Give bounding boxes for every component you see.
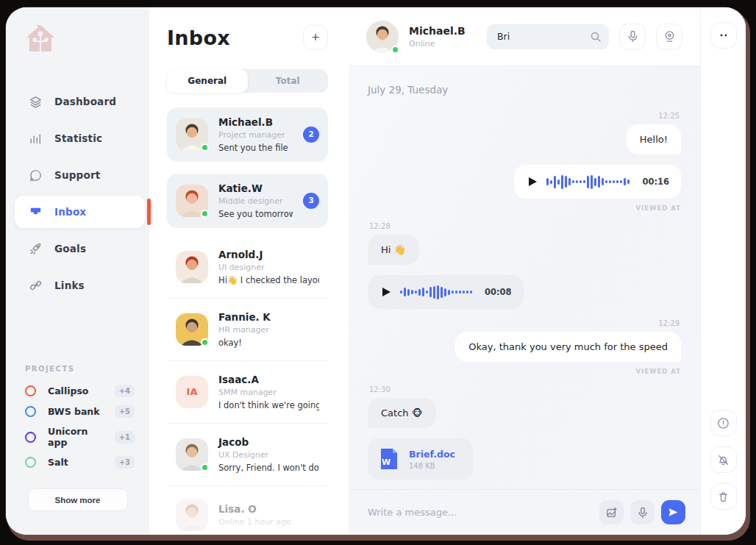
project-count-badge: +1: [115, 431, 135, 444]
info-icon: [717, 417, 730, 430]
project-color-ring: [25, 406, 36, 417]
projects-section: PROJECTS Callipso+4BWS bank+5Unicorn app…: [6, 365, 149, 477]
conversation-item[interactable]: Arnold.JUI designerHi👋 I checked the lay…: [167, 240, 328, 294]
online-indicator: [201, 463, 209, 471]
message-bubble: Hi 👋: [368, 235, 419, 265]
app-logo-icon: [24, 22, 57, 56]
chat-info-button[interactable]: [710, 410, 737, 436]
page-title: Inbox: [167, 26, 230, 49]
avatar: [176, 313, 208, 346]
sidebar-item-links[interactable]: Links: [15, 269, 145, 302]
bell-off-icon: [717, 454, 730, 466]
chat-search-input[interactable]: [497, 31, 590, 42]
project-color-ring: [25, 432, 36, 443]
sidebar-item-label: Dashboard: [54, 96, 116, 107]
sidebar-item-support[interactable]: Support: [15, 159, 145, 191]
message-bubble: Catch 🐵: [368, 398, 436, 428]
projects-label: PROJECTS: [25, 365, 135, 373]
sidebar-item-inbox[interactable]: Inbox: [15, 196, 145, 228]
message-bubble: Okay, thank you very much for the speed: [455, 332, 681, 362]
show-more-button[interactable]: Show more: [28, 488, 128, 511]
unread-badge: 3: [303, 193, 319, 209]
file-name: Brief.doc: [409, 449, 455, 460]
sidebar-item-goals[interactable]: Goals: [15, 232, 145, 265]
message-bubble: Hello!: [627, 124, 681, 154]
project-color-ring: [25, 457, 36, 468]
conversation-info: Isaac.ASMM managerI don't think we're go…: [218, 374, 319, 410]
record-voice-button[interactable]: [630, 500, 655, 524]
sidebar-item-dashboard[interactable]: Dashboard: [15, 85, 145, 118]
project-item[interactable]: Unicorn app+1: [25, 426, 135, 448]
play-icon[interactable]: [529, 177, 537, 186]
online-indicator: [201, 338, 209, 346]
chat-contact-status: Online: [409, 39, 466, 49]
avatar: [176, 438, 208, 471]
trash-icon: [717, 491, 730, 503]
conversation-item[interactable]: Fannie. KHR managerokay!: [167, 302, 328, 357]
avatar: [176, 118, 208, 151]
message-input[interactable]: [368, 507, 593, 518]
more-options-button[interactable]: [710, 22, 737, 49]
more-dots-icon: [718, 30, 729, 40]
conversation-preview: Sent you the file: [218, 143, 293, 153]
online-indicator: [391, 46, 399, 54]
file-attachment[interactable]: WBrief.doc148 KB: [368, 438, 473, 480]
voice-call-button[interactable]: [619, 24, 646, 50]
project-name: BWS bank: [48, 406, 103, 417]
message-row: WBrief.doc148 KB: [368, 438, 681, 480]
conversation-item[interactable]: Michael.BProject managerSent you the fil…: [167, 107, 328, 162]
active-indicator-bar: [147, 199, 151, 225]
dashboard-icon: [28, 94, 43, 109]
conversation-preview: Sorry, Friend. I won't do it again!: [218, 463, 319, 473]
sidebar-item-statistic[interactable]: Statistic: [15, 122, 145, 154]
chat-avatar: [366, 21, 399, 53]
conversation-list: Michael.BProject managerSent you the fil…: [167, 107, 328, 535]
conversation-info: Michael.BProject managerSent you the fil…: [218, 116, 293, 153]
conversation-role: SMM manager: [218, 388, 319, 397]
conversation-item[interactable]: Katie.WMiddle designerSee you tomorrow..…: [167, 174, 328, 228]
conversation-preview: See you tomorrow...: [218, 209, 293, 219]
message-row: Okay, thank you very much for the speed: [368, 332, 681, 362]
project-item[interactable]: Callipso+4: [25, 385, 135, 397]
play-icon[interactable]: [382, 288, 391, 296]
conversation-role: Online 1 hour ago: [218, 517, 319, 527]
conversation-name: Jacob: [218, 436, 319, 448]
waveform: [546, 174, 630, 190]
send-button[interactable]: [661, 500, 685, 524]
waveform: [400, 284, 472, 300]
chat-date: July 29, Tuesday: [368, 84, 681, 96]
tab-general[interactable]: General: [167, 69, 248, 93]
conversation-name: Lisa. O: [218, 503, 319, 515]
conversation-info: JacobUX DesignerSorry, Friend. I won't d…: [218, 436, 319, 473]
divider: [168, 485, 327, 486]
delete-chat-button[interactable]: [710, 483, 737, 510]
new-chat-button[interactable]: +: [303, 25, 328, 50]
conversation-info: Lisa. OOnline 1 hour ago: [218, 503, 319, 527]
conversation-item[interactable]: JacobUX DesignerSorry, Friend. I won't d…: [167, 427, 328, 482]
conversation-name: Katie.W: [218, 182, 293, 194]
conversation-item[interactable]: Lisa. OOnline 1 hour ago: [167, 490, 328, 535]
unread-badge: 2: [303, 127, 319, 143]
conversation-item[interactable]: IAIsaac.ASMM managerI don't think we're …: [167, 365, 328, 419]
voice-message: 00:08: [368, 275, 524, 309]
message-timestamp: 12:25: [369, 112, 680, 120]
project-item[interactable]: BWS bank+5: [25, 405, 135, 418]
conversation-role: UI designer: [218, 263, 319, 272]
file-size: 148 KB: [409, 462, 455, 470]
project-name: Salt: [48, 457, 103, 468]
inbox-icon: [28, 204, 43, 219]
message-timestamp: 12:28: [369, 222, 680, 230]
tab-total[interactable]: Total: [248, 69, 329, 93]
video-call-button[interactable]: [656, 24, 682, 50]
file-info: Brief.doc148 KB: [409, 449, 455, 470]
project-item[interactable]: Salt+3: [25, 456, 135, 469]
message-timestamp: 12:29: [369, 319, 680, 327]
mute-notifications-button[interactable]: [710, 446, 737, 473]
links-icon: [28, 278, 43, 293]
sidebar-item-label: Statistic: [54, 132, 102, 144]
send-icon: [668, 507, 679, 518]
attach-image-button[interactable]: [599, 500, 624, 524]
conversation-preview: Hi👋 I checked the layout agai...: [218, 275, 319, 285]
conversation-name: Isaac.A: [218, 374, 319, 385]
conversation-role: HR manager: [218, 325, 319, 335]
